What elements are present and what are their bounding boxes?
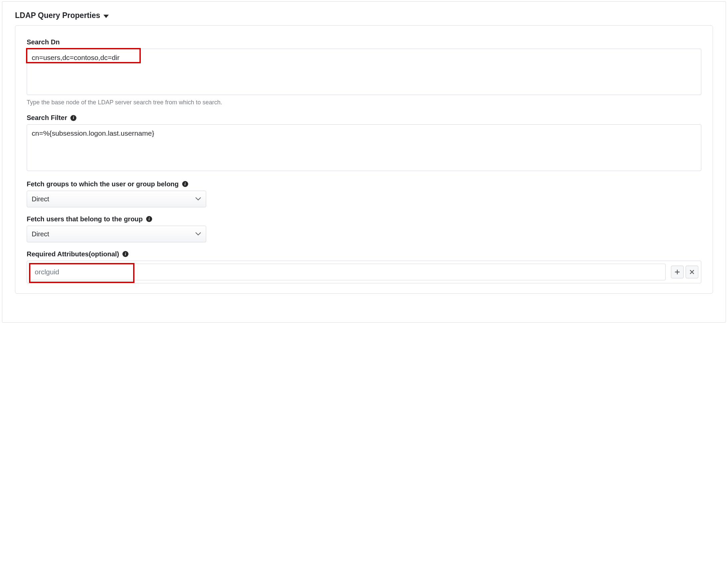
add-button[interactable] — [671, 266, 684, 278]
label-fetch-users: Fetch users that belong to the group i — [27, 215, 701, 223]
info-icon[interactable]: i — [70, 115, 76, 121]
label-search-filter-text: Search Filter — [27, 114, 67, 122]
fetch-users-select[interactable]: Direct — [27, 226, 206, 242]
field-group-fetch-users: Fetch users that belong to the group i D… — [27, 215, 701, 242]
select-wrap-fetch-groups: Direct — [27, 191, 206, 207]
search-dn-container — [27, 49, 701, 96]
remove-button[interactable] — [686, 266, 698, 278]
select-wrap-fetch-users: Direct — [27, 226, 206, 242]
close-icon — [690, 270, 694, 274]
info-icon[interactable]: i — [146, 216, 152, 222]
label-required-attributes: Required Attributes(optional) i — [27, 250, 701, 258]
info-icon[interactable]: i — [182, 181, 188, 187]
search-dn-input[interactable] — [27, 49, 701, 95]
plus-icon — [675, 270, 680, 274]
label-search-dn: Search Dn — [27, 38, 701, 46]
required-attributes-row — [27, 261, 701, 283]
search-filter-input[interactable] — [27, 124, 701, 171]
label-search-dn-text: Search Dn — [27, 38, 60, 46]
label-search-filter: Search Filter i — [27, 114, 701, 122]
field-group-search-filter: Search Filter i — [27, 114, 701, 172]
label-fetch-users-text: Fetch users that belong to the group — [27, 215, 143, 223]
field-group-search-dn: Search Dn Type the base node of the LDAP… — [27, 38, 701, 106]
required-attributes-input-wrap — [30, 264, 666, 280]
label-fetch-groups: Fetch groups to which the user or group … — [27, 180, 701, 188]
fetch-groups-select[interactable]: Direct — [27, 191, 206, 207]
required-attributes-input[interactable] — [30, 264, 666, 280]
field-group-required-attributes: Required Attributes(optional) i — [27, 250, 701, 283]
field-group-fetch-groups: Fetch groups to which the user or group … — [27, 180, 701, 207]
help-text-search-dn: Type the base node of the LDAP server se… — [27, 99, 701, 106]
info-icon[interactable]: i — [123, 251, 128, 257]
label-required-attributes-text: Required Attributes(optional) — [27, 250, 119, 258]
section-header-ldap-query[interactable]: LDAP Query Properties — [2, 2, 726, 24]
section-title: LDAP Query Properties — [15, 11, 100, 20]
section-body: Search Dn Type the base node of the LDAP… — [15, 25, 713, 294]
label-fetch-groups-text: Fetch groups to which the user or group … — [27, 180, 179, 188]
panel-container: LDAP Query Properties Search Dn Type the… — [2, 1, 726, 323]
caret-down-icon — [103, 15, 109, 18]
